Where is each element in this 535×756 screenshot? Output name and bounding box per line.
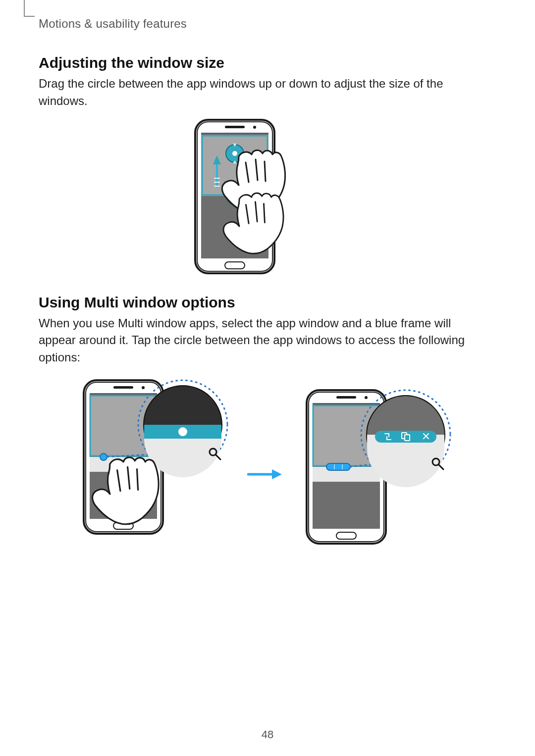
svg-rect-20 <box>113 386 133 389</box>
arrow-right-icon <box>247 464 282 484</box>
svg-point-40 <box>365 396 368 399</box>
section-body-options: When you use Multi window apps, select t… <box>39 315 490 366</box>
svg-point-32 <box>178 427 187 436</box>
magnifier-icon <box>367 396 444 487</box>
section-title-adjust: Adjusting the window size <box>39 54 490 71</box>
phone-drag-illustration <box>190 117 339 280</box>
magnifier-icon <box>144 386 221 477</box>
figure-adjust-window-size <box>39 117 490 280</box>
phone-tap-illustration <box>74 375 232 573</box>
svg-rect-2 <box>225 126 245 128</box>
svg-marker-36 <box>272 469 282 479</box>
svg-rect-46 <box>313 482 380 529</box>
figure-multi-window-options <box>39 375 490 573</box>
svg-point-3 <box>253 126 256 129</box>
section-body-adjust: Drag the circle between the app windows … <box>39 75 490 110</box>
svg-point-28 <box>100 454 107 460</box>
svg-rect-47 <box>326 463 350 470</box>
page-content: Adjusting the window size Drag the circl… <box>39 50 490 573</box>
page-number: 48 <box>0 728 535 741</box>
header-tab-mark <box>24 0 35 17</box>
breadcrumb: Motions & usability features <box>39 17 187 31</box>
svg-rect-54 <box>405 435 410 441</box>
svg-point-12 <box>232 151 237 156</box>
phone-options-illustration <box>297 385 455 563</box>
svg-rect-39 <box>336 396 356 399</box>
section-title-options: Using Multi window options <box>39 294 490 311</box>
svg-point-21 <box>142 386 145 389</box>
